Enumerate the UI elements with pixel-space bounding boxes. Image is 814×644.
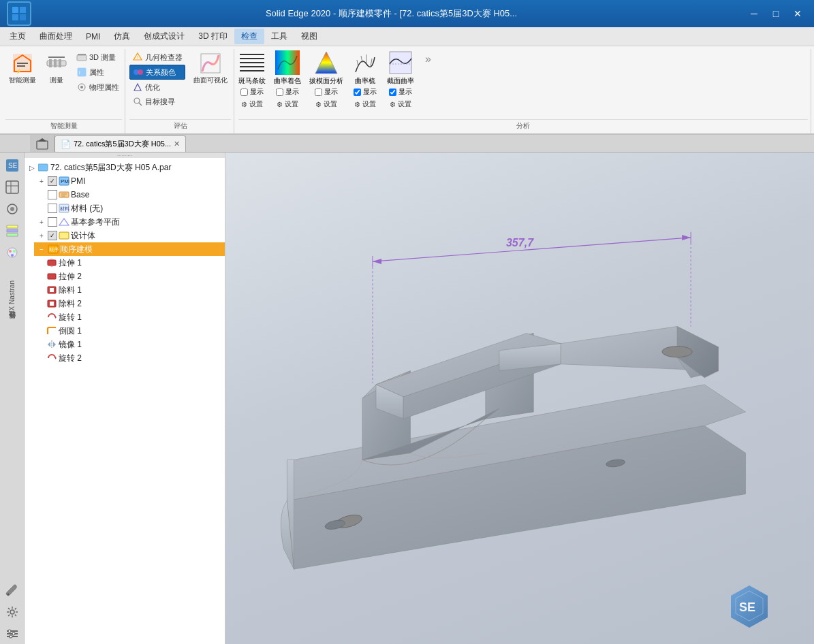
3d-measure-button[interactable]: 3D 测量	[74, 50, 122, 64]
tree-scroll-handle[interactable]: ··········	[25, 152, 225, 158]
tree-cutout1[interactable]: 除料 1	[44, 283, 225, 297]
minimize-button[interactable]: ─	[745, 6, 764, 21]
tree-cutout2[interactable]: 除料 2	[44, 297, 225, 310]
svg-rect-65	[38, 164, 48, 171]
tree-revolve2[interactable]: 旋转 2	[44, 351, 225, 365]
menu-item-5[interactable]: 3D 打印	[191, 29, 234, 44]
svg-point-55	[13, 250, 16, 253]
tree-extrude1[interactable]: 拉伸 1	[44, 256, 225, 270]
menu-item-2[interactable]: PMI	[79, 30, 107, 44]
tab-home-button[interactable]	[30, 135, 54, 152]
calc-label[interactable]: 白计算器	[6, 321, 18, 327]
tab-close-button[interactable]: ✕	[174, 140, 180, 148]
comb-display-checkbox[interactable]	[354, 88, 361, 96]
menu-item-7[interactable]: 工具	[264, 29, 294, 44]
curvature-display-checkbox[interactable]	[276, 88, 283, 96]
tree-revolve1[interactable]: 旋转 1	[44, 310, 225, 324]
svg-marker-85	[55, 357, 57, 359]
svg-rect-3	[20, 14, 26, 20]
curvature-setting-button[interactable]: ⚙ 设置	[274, 98, 301, 110]
refplanes-expander[interactable]: +	[37, 217, 46, 227]
ribbon-group-analysis-label: 分析	[238, 119, 808, 132]
tree-extrude2[interactable]: 拉伸 2	[44, 270, 225, 283]
menu-item-8[interactable]: 视图	[294, 29, 324, 44]
section-setting-button[interactable]: ⚙ 设置	[387, 98, 414, 110]
surface-vis-button[interactable]: 曲面可视化	[190, 50, 231, 87]
mirror1-icon	[46, 339, 57, 350]
close-button[interactable]: ✕	[788, 6, 807, 21]
menu-item-0[interactable]: 主页	[3, 29, 33, 44]
svg-text:i: i	[79, 69, 80, 76]
sidebar-settings-icon[interactable]	[2, 624, 22, 644]
physics-button[interactable]: 物理属性	[74, 80, 122, 94]
sidebar-view-icon[interactable]	[2, 177, 22, 197]
menu-item-1[interactable]: 曲面处理	[33, 29, 79, 44]
menu-item-4[interactable]: 创成式设计	[137, 29, 191, 44]
tree-design-body[interactable]: + 设计体	[34, 229, 225, 242]
svg-marker-83	[55, 316, 57, 319]
sidebar-home-icon[interactable]: SE	[2, 155, 22, 176]
tree-root[interactable]: ▷ 72. catics第5届3D大赛 H05 A.par	[25, 161, 225, 174]
geo-checker-button[interactable]: ! 几何检查器	[129, 50, 185, 64]
optimize-button[interactable]: 优化	[129, 80, 185, 94]
tree-ref-planes[interactable]: + 基本参考平面	[34, 215, 225, 229]
target-search-button[interactable]: 目标搜寻	[129, 95, 185, 108]
measure-label: 测量	[50, 76, 63, 85]
pmi-checkbox[interactable]	[48, 176, 57, 186]
seqmodel-expander[interactable]: −	[37, 244, 46, 254]
doc-tab-main[interactable]: 📄 72. catics第5届3D大赛 H05... ✕	[54, 135, 186, 152]
zebra-setting-button[interactable]: ⚙ 设置	[238, 98, 266, 110]
sidebar-layers-icon[interactable]	[2, 221, 22, 241]
viewport[interactable]: 357,7 SE	[225, 152, 814, 644]
tree-material[interactable]: 材料 材料 (无)	[34, 202, 225, 215]
measure-button[interactable]: 测量	[42, 50, 72, 87]
ribbon-group-analysis-columns: 斑马条纹 显示 ⚙ 设置	[238, 50, 808, 118]
nx-nastran-label[interactable]: NX Nastran	[7, 278, 17, 319]
ribbon-overflow[interactable]: »	[422, 50, 434, 68]
svg-text:PMI: PMI	[61, 178, 69, 184]
revolve2-icon	[46, 353, 57, 364]
pmi-expander[interactable]: +	[37, 176, 46, 186]
svg-rect-45	[6, 181, 18, 193]
svg-marker-42	[37, 138, 47, 142]
smart-measure-button[interactable]: ⚡ 智能测量	[5, 50, 40, 87]
sidebar-record-icon[interactable]	[2, 199, 22, 219]
svg-point-56	[11, 254, 14, 257]
material-checkbox[interactable]	[48, 204, 57, 213]
sidebar-gear2-icon[interactable]	[2, 602, 22, 622]
base-checkbox[interactable]	[48, 190, 57, 199]
curvature-display-row: 显示	[276, 87, 299, 97]
root-expander[interactable]: ▷	[27, 163, 37, 172]
designbody-expander[interactable]: +	[37, 231, 46, 240]
svg-rect-50	[7, 225, 18, 228]
tree-pmi[interactable]: + PMI PMI	[34, 174, 225, 188]
viewport-bg: 357,7 SE	[225, 152, 814, 644]
comb-display-row: 显示	[354, 87, 377, 97]
sidebar-wrench-icon[interactable]	[2, 580, 22, 600]
zebra-display-row: 显示	[240, 87, 264, 97]
refplanes-checkbox[interactable]	[48, 217, 57, 227]
sidebar-palette-icon[interactable]	[2, 242, 22, 263]
maximize-button[interactable]: □	[766, 6, 785, 21]
menu-item-6[interactable]: 检查	[234, 29, 264, 44]
section-display-checkbox[interactable]	[389, 88, 396, 96]
tree-fillet1[interactable]: 倒圆 1	[44, 324, 225, 338]
designbody-checkbox[interactable]	[48, 231, 57, 240]
tree-seq-model[interactable]: − 顺序 顺序建模 ◀	[34, 242, 225, 256]
cutout1-label: 除料 1	[59, 285, 222, 296]
3d-measure-label: 3D 测量	[89, 52, 116, 63]
draft-setting-button[interactable]: ⚙ 设置	[313, 98, 340, 110]
designbody-label: 设计体	[71, 230, 222, 242]
curvature-comb-section: 曲率梳 显示 ⚙ 设置	[351, 50, 379, 110]
svg-rect-82	[50, 302, 54, 306]
tree-mirror1[interactable]: 镜像 1	[44, 338, 225, 351]
svg-point-24	[134, 98, 140, 103]
relation-color-button[interactable]: 关系颜色	[129, 65, 185, 80]
zebra-display-checkbox[interactable]	[240, 88, 248, 96]
tree-base[interactable]: Base	[34, 188, 225, 202]
menu-item-3[interactable]: 仿真	[107, 29, 137, 44]
draft-display-checkbox[interactable]	[315, 88, 322, 96]
properties-button[interactable]: i 属性	[74, 65, 122, 79]
comb-setting-button[interactable]: ⚙ 设置	[351, 98, 379, 110]
sidebar-text-labels: NX Nastran 白计算器	[6, 278, 18, 327]
